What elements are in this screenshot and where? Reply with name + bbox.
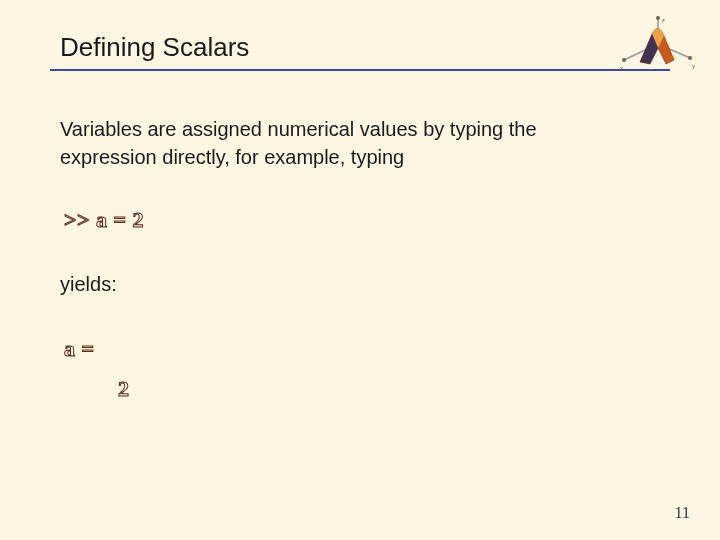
yields-text: yields: [60, 273, 660, 296]
result-val-text: 2 [118, 376, 660, 402]
title-underline [50, 69, 670, 71]
slide: x y z Defining Scalars Variables are ass… [0, 0, 720, 540]
matlab-logo-icon: x y z [618, 14, 698, 78]
command-text: >> a = 2 [64, 207, 660, 233]
slide-title: Defining Scalars [60, 32, 660, 63]
svg-point-4 [688, 56, 692, 60]
svg-text:z: z [662, 17, 665, 23]
svg-text:y: y [692, 63, 695, 69]
result-var-text: a = [64, 336, 660, 362]
svg-text:x: x [620, 65, 623, 71]
intro-text: Variables are assigned numerical values … [60, 115, 600, 171]
page-number: 11 [675, 504, 690, 522]
svg-point-5 [656, 16, 660, 20]
svg-point-3 [622, 58, 626, 62]
